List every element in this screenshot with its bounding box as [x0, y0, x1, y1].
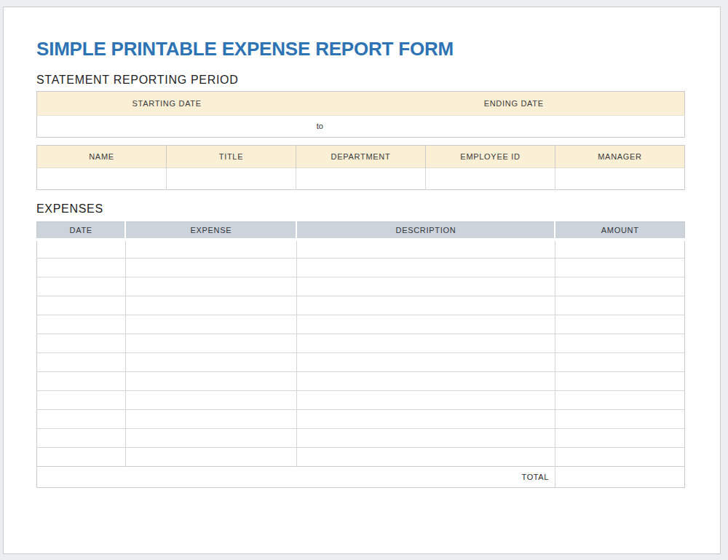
- name-field[interactable]: [37, 167, 167, 189]
- column-header-starting-date: STARTING DATE: [37, 91, 297, 115]
- reporting-period-header-row: STARTING DATE ENDING DATE: [37, 91, 685, 115]
- expense-amount-field[interactable]: [555, 353, 684, 372]
- expense-amount-field[interactable]: [555, 391, 684, 410]
- total-label: TOTAL: [37, 467, 555, 488]
- expense-expense-field[interactable]: [125, 259, 296, 277]
- expense-row: [37, 277, 685, 296]
- expense-amount-field[interactable]: [555, 296, 684, 315]
- expense-description-field[interactable]: [296, 448, 555, 467]
- total-amount-field[interactable]: [555, 467, 684, 488]
- expense-date-field[interactable]: [37, 315, 126, 334]
- column-header-date: DATE: [37, 222, 126, 240]
- column-header-amount: AMOUNT: [555, 222, 684, 240]
- expense-description-field[interactable]: [296, 240, 555, 259]
- expense-description-field[interactable]: [296, 391, 555, 410]
- expenses-total-row: TOTAL: [37, 467, 685, 488]
- expense-row: [37, 429, 685, 448]
- expense-description-field[interactable]: [296, 315, 555, 334]
- expense-description-field[interactable]: [296, 410, 555, 429]
- expense-amount-field[interactable]: [555, 334, 684, 353]
- expense-row: [37, 372, 685, 391]
- expense-expense-field[interactable]: [125, 353, 296, 372]
- expense-date-field[interactable]: [37, 391, 126, 410]
- reporting-period-table: STARTING DATE ENDING DATE to: [36, 91, 685, 138]
- ending-date-field[interactable]: [343, 115, 684, 137]
- expenses-table: DATE EXPENSE DESCRIPTION AMOUNT TOTAL: [36, 221, 685, 488]
- expense-expense-field[interactable]: [125, 429, 296, 448]
- expense-expense-field[interactable]: [125, 372, 296, 391]
- expense-date-field[interactable]: [37, 448, 126, 467]
- employee-info-value-row: [37, 167, 685, 189]
- expense-date-field[interactable]: [37, 296, 126, 315]
- column-header-title: TITLE: [167, 145, 296, 167]
- expense-expense-field[interactable]: [125, 410, 296, 429]
- expense-row: [37, 410, 685, 429]
- column-header-manager: MANAGER: [555, 145, 685, 167]
- expense-amount-field[interactable]: [555, 240, 684, 259]
- expense-amount-field[interactable]: [555, 259, 684, 277]
- expense-date-field[interactable]: [37, 259, 126, 277]
- expense-description-field[interactable]: [296, 259, 555, 277]
- expense-row: [37, 240, 685, 259]
- expense-description-field[interactable]: [296, 353, 555, 372]
- starting-date-field[interactable]: [37, 115, 297, 137]
- column-header-department: DEPARTMENT: [296, 145, 426, 167]
- expense-date-field[interactable]: [37, 277, 126, 296]
- department-field[interactable]: [296, 167, 426, 189]
- expense-expense-field[interactable]: [125, 277, 296, 296]
- expense-description-field[interactable]: [296, 296, 555, 315]
- expense-date-field[interactable]: [37, 240, 126, 259]
- expense-row: [37, 296, 685, 315]
- column-header-ending-date: ENDING DATE: [343, 91, 684, 115]
- expense-expense-field[interactable]: [125, 334, 296, 353]
- expense-row: [37, 448, 685, 467]
- expense-description-field[interactable]: [296, 429, 555, 448]
- section-heading-expenses: EXPENSES: [36, 202, 685, 216]
- manager-field[interactable]: [555, 167, 685, 189]
- expense-expense-field[interactable]: [125, 315, 296, 334]
- expense-expense-field[interactable]: [125, 391, 296, 410]
- expenses-header-row: DATE EXPENSE DESCRIPTION AMOUNT: [37, 222, 685, 240]
- expense-amount-field[interactable]: [555, 410, 684, 429]
- employee-info-table: NAME TITLE DEPARTMENT EMPLOYEE ID MANAGE…: [36, 145, 685, 190]
- expense-row: [37, 391, 685, 410]
- expense-description-field[interactable]: [296, 334, 555, 353]
- expense-expense-field[interactable]: [125, 448, 296, 467]
- expense-description-field[interactable]: [296, 277, 555, 296]
- page-title: SIMPLE PRINTABLE EXPENSE REPORT FORM: [36, 39, 685, 58]
- column-header-description: DESCRIPTION: [296, 222, 555, 240]
- expense-amount-field[interactable]: [555, 372, 684, 391]
- expense-row: [37, 353, 685, 372]
- column-header-employee-id: EMPLOYEE ID: [426, 145, 555, 167]
- expense-amount-field[interactable]: [555, 429, 684, 448]
- to-label: to: [296, 115, 343, 137]
- section-heading-reporting-period: STATEMENT REPORTING PERIOD: [36, 74, 685, 87]
- expense-expense-field[interactable]: [125, 240, 296, 259]
- expense-row: [37, 315, 685, 334]
- expense-date-field[interactable]: [37, 334, 126, 353]
- document-page: SIMPLE PRINTABLE EXPENSE REPORT FORM STA…: [3, 7, 721, 554]
- expense-amount-field[interactable]: [555, 448, 684, 467]
- reporting-period-value-row: to: [37, 115, 685, 137]
- column-header-name: NAME: [37, 145, 167, 167]
- header-spacer-cell: [296, 91, 343, 115]
- employee-info-header-row: NAME TITLE DEPARTMENT EMPLOYEE ID MANAGE…: [37, 145, 685, 167]
- expense-date-field[interactable]: [37, 353, 126, 372]
- expense-date-field[interactable]: [37, 372, 126, 391]
- expense-row: [37, 259, 685, 277]
- column-header-expense: EXPENSE: [125, 222, 296, 240]
- title-field[interactable]: [167, 167, 296, 189]
- expense-row: [37, 334, 685, 353]
- expenses-table-body: [37, 240, 685, 467]
- expense-date-field[interactable]: [37, 429, 126, 448]
- expense-amount-field[interactable]: [555, 315, 684, 334]
- expense-amount-field[interactable]: [555, 277, 684, 296]
- expense-expense-field[interactable]: [125, 296, 296, 315]
- expense-description-field[interactable]: [296, 372, 555, 391]
- expense-date-field[interactable]: [37, 410, 126, 429]
- employee-id-field[interactable]: [426, 167, 555, 189]
